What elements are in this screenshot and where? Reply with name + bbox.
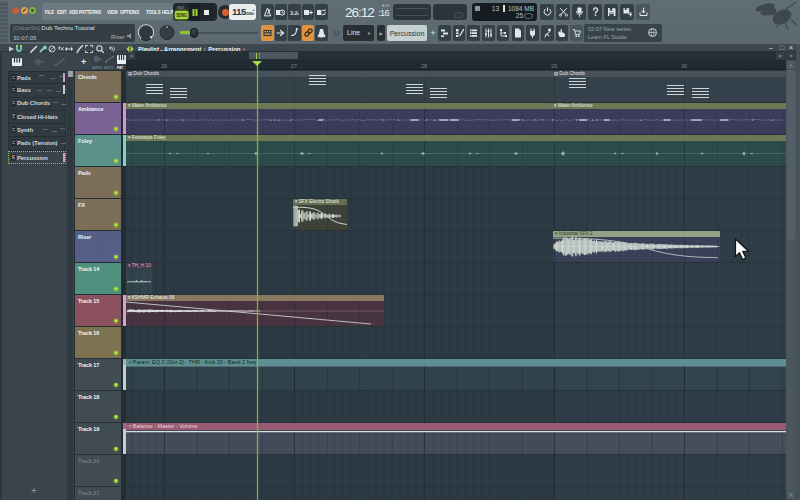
pattern-item-synth[interactable]: Synth <box>8 124 66 137</box>
track-header-track-15[interactable]: Track 15 <box>75 295 121 326</box>
menu-item-tools[interactable]: TOOLS <box>146 9 160 15</box>
track-header-foley[interactable]: Foley <box>75 135 121 166</box>
picker-scroll-thumb[interactable] <box>68 71 73 77</box>
menu-item-view[interactable]: VIEW <box>107 9 118 15</box>
playback-tool-icon[interactable] <box>107 45 115 53</box>
clip-water-ambience[interactable]: ≡Water Ambience <box>126 103 552 134</box>
pattern-item-pads-tension-[interactable]: Pads (Tension) <box>8 137 66 150</box>
loop-record-icon[interactable] <box>315 4 328 20</box>
help-icon[interactable] <box>588 4 602 20</box>
window-close-light[interactable] <box>12 7 19 14</box>
track-mute-led[interactable] <box>114 287 118 291</box>
cut-icon[interactable] <box>556 4 570 20</box>
vertical-scroll-thumb[interactable] <box>787 70 795 240</box>
select-tool-icon[interactable] <box>85 45 93 53</box>
metronome-toggle-icon[interactable] <box>315 25 328 41</box>
wait-input-icon[interactable] <box>275 4 288 20</box>
paint-tool-icon[interactable] <box>39 45 47 53</box>
playlist-close-button[interactable]: × <box>789 44 793 51</box>
microphone-icon[interactable] <box>572 4 586 20</box>
track-mute-led[interactable] <box>114 127 118 131</box>
countdown-icon[interactable]: 3.2 <box>288 4 301 20</box>
typing-keyboard-icon[interactable] <box>261 25 274 41</box>
tab-audio-icon[interactable] <box>93 55 102 63</box>
add-track-button[interactable]: + <box>81 57 86 67</box>
scroll-down-button[interactable]: ▼ <box>786 490 796 500</box>
menu-item-help[interactable]: HELP <box>162 9 173 15</box>
mixer-panel-icon[interactable] <box>482 25 495 41</box>
oscilloscope-panel[interactable] <box>393 4 431 20</box>
event-editor-panel-icon[interactable] <box>497 25 510 41</box>
track-mute-led[interactable] <box>114 223 118 227</box>
master-volume-slider[interactable] <box>180 32 258 34</box>
pattern-item-pads[interactable]: Pads <box>8 71 66 84</box>
step-edit-icon[interactable] <box>275 25 288 41</box>
pattern-prev-button[interactable]: ▶ <box>377 25 385 41</box>
picker-tab-automation[interactable] <box>55 58 65 66</box>
slider-thumb[interactable] <box>190 28 198 38</box>
pattern-item-bass[interactable]: Bass <box>8 84 66 97</box>
browser-panel-icon[interactable] <box>512 25 525 41</box>
clip-th-h-10[interactable]: ≡TH_H 10 <box>126 263 152 294</box>
arrangement-picker-icon[interactable] <box>126 45 134 53</box>
plugin-picker-icon[interactable] <box>526 25 539 41</box>
horizontal-scrollbar[interactable] <box>126 51 786 60</box>
pattern-selector[interactable]: Percussion <box>387 25 427 41</box>
track-header-chords[interactable]: Chords <box>75 71 121 102</box>
track-header-track-18[interactable]: Track 18 <box>75 391 121 422</box>
stop-button[interactable] <box>201 3 212 21</box>
tempo-display[interactable]: 115 .000 <box>229 4 256 20</box>
track-header-track-19[interactable]: Track 19 <box>75 423 121 454</box>
save-icon[interactable] <box>604 4 618 20</box>
slice-tool-icon[interactable] <box>76 45 84 53</box>
performance-monitor[interactable]: 13 1084 MB 25 <box>472 3 537 21</box>
track-header-track-17[interactable]: Track 17 <box>75 359 121 390</box>
track-header-track-21[interactable]: Track 21 <box>75 487 121 500</box>
shop-icon[interactable] <box>570 25 583 41</box>
track-mute-led[interactable] <box>114 479 118 483</box>
pattern-add-button[interactable]: + <box>429 25 437 41</box>
window-maximize-light[interactable] <box>29 7 36 14</box>
picker-add-button[interactable]: + <box>31 485 37 496</box>
pattern-item-closed-hi-hats[interactable]: Closed Hi-Hats <box>8 111 66 124</box>
picker-tab-patterns[interactable] <box>12 58 22 66</box>
metronome-icon[interactable] <box>261 4 274 20</box>
touch-keyboard-icon[interactable] <box>541 25 554 41</box>
sync-icon[interactable] <box>540 4 554 20</box>
scroll-up-button[interactable]: ▲ <box>786 60 796 70</box>
track-header-fx[interactable]: FX <box>75 199 121 230</box>
snap-selector[interactable]: Line ▸ <box>343 25 374 41</box>
play-pause-button[interactable] <box>189 3 200 21</box>
link-controller-icon[interactable] <box>302 25 315 41</box>
track-header-riser[interactable]: Riser <box>75 231 121 262</box>
scroll-right-button[interactable]: ▶ <box>776 51 786 60</box>
pattern-item-percussion[interactable]: Percussion <box>8 151 66 164</box>
main-knobs[interactable] <box>136 22 180 43</box>
menu-item-file[interactable]: FILE <box>45 9 54 15</box>
track-mute-led[interactable] <box>114 351 118 355</box>
playlist-panel-icon[interactable] <box>438 25 451 41</box>
slip-tool-icon[interactable] <box>65 45 73 53</box>
track-mute-led[interactable] <box>114 319 118 323</box>
clip-balance-master-volume[interactable]: ↗Balance - Master - Volume <box>126 423 786 454</box>
zoom-tool-icon[interactable] <box>96 45 104 53</box>
track-mute-led[interactable] <box>114 383 118 387</box>
track-mute-led[interactable] <box>114 415 118 419</box>
playhead-marker[interactable] <box>252 61 262 66</box>
scroll-stop-button[interactable]: ■ <box>786 51 796 60</box>
save-new-version-icon[interactable] <box>620 4 634 20</box>
pattern-item-dub-chords[interactable]: Dub Chords <box>8 98 66 111</box>
tempo-spinner-icon[interactable] <box>252 8 255 16</box>
tab-automation-icon[interactable] <box>105 55 114 63</box>
tab-patterns-icon[interactable] <box>117 55 126 64</box>
clip-industrial-sfx-2[interactable]: ≡Industrial SFX 2 <box>553 231 720 262</box>
draw-tool-icon[interactable] <box>30 45 38 53</box>
playlist-grid[interactable]: ▤Dub Chords▤Dub Chords≡Water Ambience≡Wa… <box>126 70 786 500</box>
clip-kshmr-exhaust-06[interactable]: ≡KSHMR Exhaust 06 <box>126 295 384 326</box>
picker-tab-audio[interactable] <box>34 58 45 66</box>
track-mute-led[interactable] <box>114 447 118 451</box>
track-header-track-16[interactable]: Track 16 <box>75 327 121 358</box>
track-mute-led[interactable] <box>114 159 118 163</box>
playlist-menu-arrow-icon[interactable] <box>8 45 15 53</box>
vertical-scrollbar[interactable] <box>786 60 796 500</box>
